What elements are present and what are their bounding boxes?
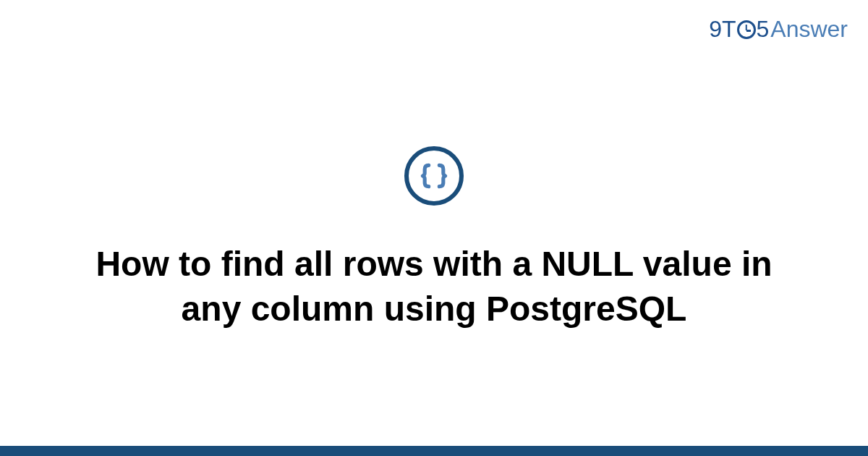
footer-accent-bar <box>0 446 868 456</box>
main-content: How to find all rows with a NULL value i… <box>0 0 868 456</box>
page-title: How to find all rows with a NULL value i… <box>87 242 781 332</box>
code-braces-icon <box>404 146 464 206</box>
